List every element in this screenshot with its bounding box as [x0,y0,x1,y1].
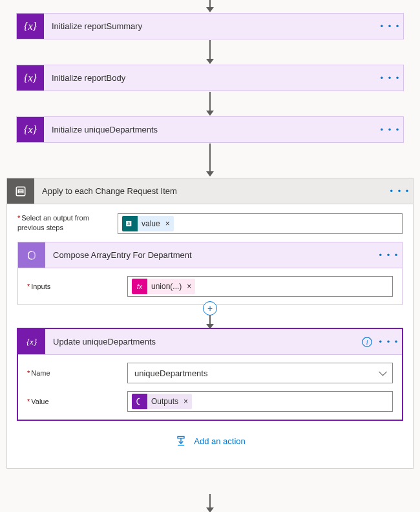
inputs-label: Inputs [27,283,127,290]
token-text: Outputs [147,397,182,406]
action-title: Initialize reportBody [44,65,377,91]
action-update-uniquedepartments[interactable]: {x} Update uniqueDepartments i • • • Nam… [17,328,403,420]
container-header[interactable]: Apply to each Change Request Item • • • [7,178,413,204]
token-value[interactable]: S value × [122,216,174,231]
action-initialize-reportbody[interactable]: {x} Initialize reportBody • • • [16,65,404,91]
value-label: Value [27,398,127,405]
token-remove-button[interactable]: × [185,282,195,291]
action-title: Compose ArrayEntry For Department [45,242,376,268]
variable-name-select[interactable]: uniqueDepartments [127,363,393,383]
variable-icon: {x} [17,14,44,39]
variable-icon: {x} [17,65,44,91]
action-title: Initialize uniqueDepartments [44,117,377,142]
container-menu-button[interactable]: • • • [387,178,413,204]
compose-icon [18,242,45,268]
token-text: value [138,219,164,228]
action-menu-button[interactable]: • • • [377,65,403,91]
action-title: Update uniqueDepartments [45,329,358,354]
token-outputs[interactable]: Outputs × [132,394,192,409]
action-initialize-reportsummary[interactable]: {x} Initialize reportSummary • • • [16,13,404,39]
add-action-label: Add an action [194,436,246,446]
add-action-button[interactable]: Add an action [17,420,403,459]
token-remove-button[interactable]: × [182,397,192,406]
apply-to-each-container: Apply to each Change Request Item • • • … [6,178,414,469]
foreach-icon [7,178,34,204]
variable-value-input[interactable]: Outputs × [127,391,393,412]
container-title: Apply to each Change Request Item [34,178,387,204]
svg-text:i: i [366,338,368,345]
svg-rect-5 [178,436,184,438]
variable-icon: {x} [18,329,45,354]
svg-text:S: S [127,221,131,226]
token-remove-button[interactable]: × [164,219,174,228]
sharepoint-icon: S [122,216,138,231]
select-output-input[interactable]: S value × [118,213,403,234]
insert-step-button[interactable]: + [203,301,217,315]
variable-icon: {x} [17,117,44,142]
action-initialize-uniquedepartments[interactable]: {x} Initialize uniqueDepartments • • • [16,116,404,143]
action-menu-button[interactable]: • • • [377,14,403,39]
info-button[interactable]: i [358,329,376,354]
action-menu-button[interactable]: • • • [377,117,403,142]
select-output-label: Select an output from previous steps [17,213,118,233]
token-union[interactable]: fx union(...) × [132,279,195,294]
action-title: Initialize reportSummary [44,14,377,39]
action-menu-button[interactable]: • • • [376,242,402,268]
name-label: Name [27,369,127,377]
action-menu-button[interactable]: • • • [376,329,402,354]
token-text: union(...) [147,282,185,291]
action-compose-arrayentry[interactable]: Compose ArrayEntry For Department • • • … [17,242,403,305]
compose-icon [132,394,147,409]
fx-icon: fx [132,279,147,294]
compose-inputs-field[interactable]: fx union(...) × [127,276,393,297]
insert-step-arrow: + [17,305,403,328]
